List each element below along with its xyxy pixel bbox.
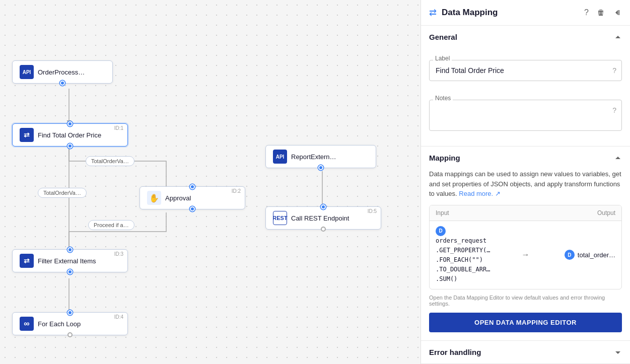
port-top[interactable] <box>321 204 326 209</box>
loop-icon: ∞ <box>20 317 34 331</box>
mapping-output-side: D total_order… <box>534 250 616 260</box>
label-field-group: Label ? <box>429 48 622 81</box>
node-call-rest[interactable]: REST Call REST Endpoint ID:5 <box>265 206 381 230</box>
approval-icon: ✋ <box>147 191 161 205</box>
chevron-up-icon <box>614 33 622 41</box>
general-section: General Label ? Notes ? <box>421 26 630 147</box>
label-field-label: Label <box>433 55 452 62</box>
notes-field-group: Notes ? <box>429 88 622 131</box>
port-top[interactable] <box>67 310 73 315</box>
col-input-label: Input <box>436 209 526 216</box>
error-handling-section: Error handling <box>421 341 630 364</box>
port-top[interactable] <box>190 184 195 189</box>
panel-header-icon: ⇄ <box>429 7 437 18</box>
node-label: Call REST Endpoint <box>291 214 349 222</box>
connector-label-totalorderva-1: TotalOrderVa… <box>86 156 134 166</box>
connector-label-proceed: Proceed if a… <box>88 220 134 230</box>
mapping-row[interactable]: D orders_request .GET_PROPERTY(… .FOR_EA… <box>430 221 621 289</box>
node-id: ID:1 <box>114 125 123 131</box>
port-bottom[interactable] <box>60 81 65 86</box>
delete-button[interactable] <box>596 8 606 18</box>
node-label: OrderProcess… <box>38 68 85 76</box>
panel-header-actions: ? <box>583 7 622 18</box>
api-icon-2: API <box>273 150 287 164</box>
panel-header: ⇄ Data Mapping ? <box>421 0 630 26</box>
node-label: Approval <box>165 194 191 202</box>
general-title: General <box>429 33 457 41</box>
general-content: Label ? Notes ? <box>421 48 630 146</box>
mapping-input-side: D orders_request .GET_PROPERTY(… .FOR_EA… <box>436 226 518 284</box>
panel-title: Data Mapping <box>442 8 578 18</box>
node-find-total[interactable]: ⇄ Find Total Order Price ID:1 <box>12 123 128 147</box>
label-help-icon[interactable]: ? <box>612 66 616 75</box>
notes-textarea[interactable] <box>430 100 621 130</box>
mapping-table: Input Output D orders_request .GET_PROPE… <box>429 205 622 290</box>
node-report-extern[interactable]: API ReportExtern… <box>265 145 376 168</box>
notes-field-label: Notes <box>433 95 453 102</box>
node-approval[interactable]: ✋ Approval ID:2 <box>139 186 245 209</box>
mapping-arrow: → <box>522 250 530 259</box>
mapping-hint: Open the Data Mapping Editor to view def… <box>429 295 622 307</box>
node-label: For Each Loop <box>38 320 81 328</box>
svg-rect-3 <box>618 10 619 15</box>
port-bottom[interactable] <box>190 206 195 211</box>
open-editor-button[interactable]: OPEN DATA MAPPING EDITOR <box>429 313 622 332</box>
node-for-each[interactable]: ∞ For Each Loop ID:4 <box>12 312 128 335</box>
node-label: ReportExtern… <box>291 153 336 161</box>
input-badge: D <box>436 226 446 236</box>
col-output-label: Output <box>526 209 616 216</box>
mapping-section-header[interactable]: Mapping <box>421 147 630 169</box>
chevron-down-icon <box>614 348 622 356</box>
chevron-up-icon-2 <box>614 154 622 162</box>
output-badge: D <box>565 250 575 260</box>
port-top[interactable] <box>67 247 73 252</box>
mapping-section: Mapping Data mappings can be used to ass… <box>421 147 630 341</box>
mapping-title: Mapping <box>429 154 460 162</box>
label-input-wrap: ? <box>429 60 622 81</box>
connector-label-totalorderva-2: TotalOrderVa… <box>38 188 87 198</box>
notes-input-wrap: ? <box>429 100 622 131</box>
error-handling-header[interactable]: Error handling <box>421 341 630 363</box>
help-button[interactable]: ? <box>583 7 590 18</box>
port-bottom[interactable] <box>67 269 73 274</box>
notes-help-icon[interactable]: ? <box>612 106 616 114</box>
mapping-content: Data mappings can be used to assign new … <box>421 169 630 340</box>
label-input[interactable] <box>430 60 621 81</box>
workflow-canvas[interactable]: API OrderProcess… ⇄ Find Total Order Pri… <box>0 0 421 364</box>
port-bottom[interactable] <box>67 143 73 149</box>
mapping-code: orders_request .GET_PROPERTY(… .FOR_EACH… <box>436 236 518 284</box>
node-label: Find Total Order Price <box>38 131 101 139</box>
mapping-icon: ⇄ <box>20 128 34 142</box>
port-bottom[interactable] <box>318 165 323 170</box>
mapping-description: Data mappings can be used to assign new … <box>429 169 622 199</box>
port-top[interactable] <box>67 121 73 126</box>
node-label: Filter External Items <box>38 257 96 265</box>
error-handling-title: Error handling <box>429 348 481 356</box>
node-filter[interactable]: ⇄ Filter External Items ID:3 <box>12 249 128 272</box>
mapping-table-header: Input Output <box>430 205 621 221</box>
mapping-icon-2: ⇄ <box>20 254 34 268</box>
api-node-orderprocess[interactable]: API OrderProcess… <box>12 60 113 84</box>
node-id-5: ID:5 <box>368 208 377 214</box>
output-text: total_order… <box>578 251 615 259</box>
collapse-button[interactable] <box>612 8 622 18</box>
node-id-3: ID:3 <box>114 251 123 257</box>
port-bottom-white-2[interactable] <box>321 227 326 232</box>
connector-svg <box>0 0 421 364</box>
read-more-link[interactable]: Read more. ↗ <box>459 190 501 197</box>
general-section-header[interactable]: General <box>421 26 630 48</box>
node-id-4: ID:4 <box>114 314 123 320</box>
right-panel: ⇄ Data Mapping ? General Label ? <box>421 0 630 364</box>
node-id: ID:2 <box>232 188 241 194</box>
api-icon: API <box>20 65 34 79</box>
rest-icon: REST <box>273 211 287 225</box>
port-bottom-white[interactable] <box>67 332 73 337</box>
